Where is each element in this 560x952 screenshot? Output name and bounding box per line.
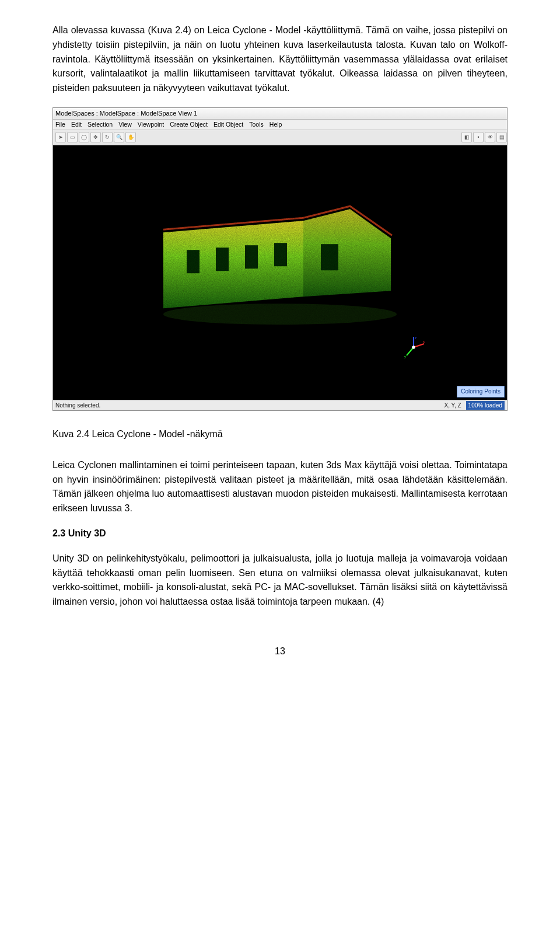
pointcloud-house <box>140 197 420 332</box>
tool-pan-icon[interactable]: ✋ <box>125 132 136 142</box>
paragraph-1: Alla olevassa kuvassa (Kuva 2.4) on Leic… <box>52 23 508 96</box>
tool-density-icon[interactable]: ◧ <box>461 132 472 142</box>
svg-line-9 <box>414 344 424 347</box>
viewport-3d[interactable]: x z y Coloring Points <box>53 145 507 400</box>
svg-text:y: y <box>404 355 406 358</box>
paragraph-3: Unity 3D on pelinkehitystyökalu, pelimoo… <box>52 552 508 609</box>
menu-create-object[interactable]: Create Object <box>170 120 208 129</box>
menu-edit-object[interactable]: Edit Object <box>214 120 243 129</box>
cyclone-screenshot: ModelSpaces : ModelSpace : ModelSpace Vi… <box>52 107 508 411</box>
figure-caption: Kuva 2.4 Leica Cyclone - Model -näkymä <box>52 427 508 442</box>
menu-file[interactable]: File <box>55 120 65 129</box>
status-selection: Nothing selected. <box>55 401 100 410</box>
window-title: ModelSpaces : ModelSpace : ModelSpace Vi… <box>55 109 197 118</box>
menu-bar: File Edit Selection View Viewpoint Creat… <box>53 120 507 130</box>
svg-rect-8 <box>140 197 420 332</box>
status-coords: X, Y, Z <box>444 401 461 410</box>
page-number: 13 <box>52 644 508 659</box>
window-titlebar: ModelSpaces : ModelSpace : ModelSpace Vi… <box>53 108 507 120</box>
heading-unity: 2.3 Unity 3D <box>52 526 508 541</box>
tool-visibility-icon[interactable]: 👁 <box>485 132 495 142</box>
coloring-points-badge[interactable]: Coloring Points <box>457 386 505 397</box>
svg-text:z: z <box>415 336 416 340</box>
tool-arrow-icon[interactable]: ➤ <box>55 132 66 142</box>
menu-viewpoint[interactable]: Viewpoint <box>138 120 164 129</box>
menu-help[interactable]: Help <box>270 120 282 129</box>
tool-misc-icon[interactable]: ▤ <box>496 132 507 142</box>
status-bar: Nothing selected. X, Y, Z 100% loaded <box>53 400 507 410</box>
paragraph-2: Leica Cyclonen mallintaminen ei toimi pe… <box>52 458 508 516</box>
figure-2-4: ModelSpaces : ModelSpace : ModelSpace Vi… <box>52 107 508 411</box>
menu-tools[interactable]: Tools <box>249 120 264 129</box>
tool-move-icon[interactable]: ✥ <box>90 132 101 142</box>
tool-zoom-icon[interactable]: 🔍 <box>114 132 124 142</box>
tool-select-icon[interactable]: ▭ <box>67 132 78 142</box>
tool-lasso-icon[interactable]: ◯ <box>79 132 89 142</box>
status-loaded: 100% loaded <box>466 401 505 410</box>
svg-text:x: x <box>423 340 425 343</box>
tool-rotate-icon[interactable]: ↻ <box>102 132 113 142</box>
svg-point-12 <box>412 346 415 349</box>
tool-pointsize-icon[interactable]: • <box>473 132 484 142</box>
menu-view[interactable]: View <box>118 120 132 129</box>
axis-gizmo-icon: x z y <box>402 336 425 359</box>
menu-edit[interactable]: Edit <box>71 120 82 129</box>
toolbar: ➤ ▭ ◯ ✥ ↻ 🔍 ✋ ◧ • 👁 ▤ <box>53 130 507 145</box>
menu-selection[interactable]: Selection <box>88 120 113 129</box>
